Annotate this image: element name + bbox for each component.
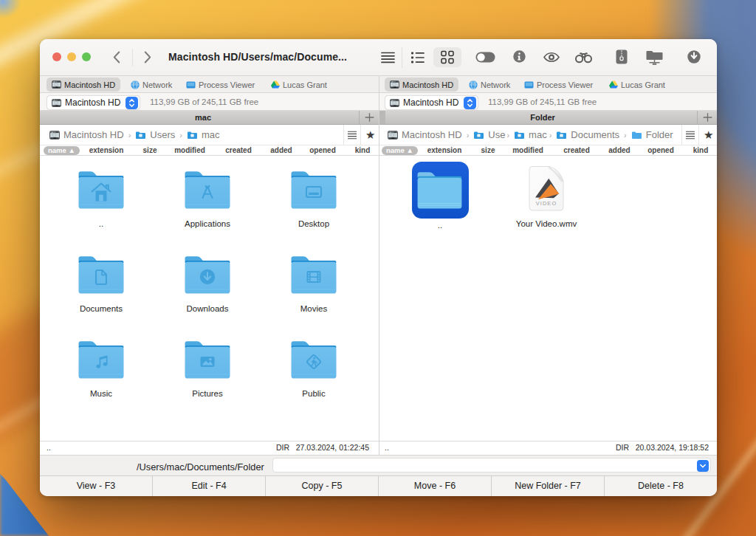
svg-text:VIDEO: VIDEO (536, 200, 557, 207)
